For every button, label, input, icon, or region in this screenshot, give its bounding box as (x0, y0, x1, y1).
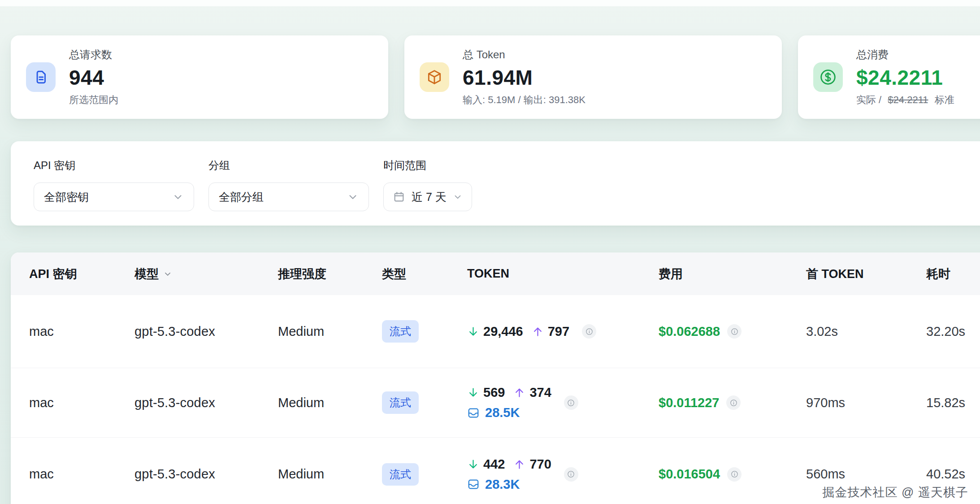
cell-model: gpt-5.3-codex (134, 467, 278, 482)
stat-value: 944 (69, 65, 118, 90)
cell-api-key: mac (29, 467, 134, 482)
output-tokens: 770 (529, 457, 551, 472)
cell-model: gpt-5.3-codex (134, 395, 278, 410)
inbox-icon (467, 478, 480, 491)
token-info-icon[interactable] (582, 324, 596, 339)
cell-cost: $0.062688 (659, 324, 806, 339)
cost-value: $0.016504 (659, 467, 720, 482)
cell-effort: Medium (278, 395, 382, 410)
stat-value: 61.94M (463, 65, 585, 90)
stat-label: 总消费 (856, 48, 954, 62)
stat-card-tokens: 总 Token 61.94M 输入: 5.19M / 输出: 391.38K (404, 35, 782, 119)
cell-first-token: 970ms (806, 395, 926, 410)
input-tokens: 569 (483, 385, 505, 400)
cost-value: $0.011227 (659, 395, 719, 410)
watermark: 掘金技术社区 @ 遥天棋子 (823, 484, 968, 500)
cell-cost: $0.016504 (659, 467, 806, 482)
arrow-down-icon (467, 387, 479, 399)
input-tokens: 29,446 (483, 324, 523, 339)
group-select[interactable]: 全部分组 (208, 182, 369, 211)
cell-token: 29,446 797 (467, 324, 659, 339)
filter-label: API 密钥 (34, 158, 194, 173)
filter-label: 分组 (208, 158, 369, 173)
output-tokens: 374 (529, 385, 551, 400)
token-info-icon[interactable] (564, 467, 578, 482)
stat-subtext: 所选范围内 (69, 93, 118, 107)
table-row: mac gpt-5.3-codex Medium 流式 29,446 797 $… (11, 295, 980, 368)
api-key-select-value: 全部密钥 (44, 190, 89, 204)
document-icon (26, 62, 56, 92)
arrow-down-icon (467, 326, 479, 338)
cost-actual-label: 实际 / (856, 94, 881, 105)
stat-value: $24.2211 (856, 65, 954, 90)
arrow-up-icon (513, 458, 525, 470)
cost-info-icon[interactable] (727, 324, 742, 339)
stream-badge: 流式 (382, 391, 419, 414)
filter-group-group: 分组 全部分组 (208, 158, 369, 226)
cost-standard-label: 标准 (935, 94, 954, 105)
chevron-down-icon (172, 191, 184, 203)
arrow-up-icon (513, 387, 525, 399)
arrow-down-icon (467, 458, 479, 470)
cell-duration: 15.82s (926, 395, 980, 410)
cost-standard-value: $24.2211 (888, 94, 928, 105)
output-tokens: 797 (548, 324, 569, 339)
cell-type: 流式 (382, 320, 467, 343)
stat-card-requests: 总请求数 944 所选范围内 (11, 35, 388, 119)
header-model-label: 模型 (134, 266, 159, 282)
stat-label: 总请求数 (69, 48, 118, 62)
chevron-down-icon (347, 191, 359, 203)
filter-label: 时间范围 (383, 158, 472, 173)
time-range-button[interactable]: 近 7 天 (383, 182, 472, 211)
cell-first-token: 560ms (806, 467, 926, 482)
header-api-key: API 密钥 (29, 266, 134, 282)
header-model[interactable]: 模型 (134, 266, 278, 282)
cell-effort: Medium (278, 324, 382, 339)
cell-token: 442 770 28.3K (467, 457, 659, 492)
cache-tokens: 28.5K (485, 405, 520, 420)
stream-badge: 流式 (382, 463, 419, 486)
cell-duration: 32.20s (926, 324, 980, 339)
stat-label: 总 Token (463, 48, 585, 62)
cost-info-icon[interactable] (727, 467, 742, 482)
token-info-icon[interactable] (564, 395, 578, 410)
time-range-value: 近 7 天 (412, 190, 447, 204)
table-row: mac gpt-5.3-codex Medium 流式 569 374 2 (11, 368, 980, 437)
header-first-token: 首 TOKEN (806, 266, 926, 282)
header-type: 类型 (382, 266, 467, 282)
header-token: TOKEN (467, 267, 659, 281)
stat-card-cost: 总消费 $24.2211 实际 / $24.2211 标准 (798, 35, 980, 119)
calendar-icon (393, 191, 405, 203)
top-strip (0, 0, 980, 6)
stream-badge: 流式 (382, 320, 419, 343)
header-duration: 耗时 (926, 266, 980, 282)
cell-effort: Medium (278, 467, 382, 482)
usage-table: API 密钥 模型 推理强度 类型 TOKEN 费用 首 TOKEN 耗时 ma… (11, 252, 980, 504)
api-key-select[interactable]: 全部密钥 (34, 182, 194, 211)
cell-api-key: mac (29, 324, 134, 339)
cell-type: 流式 (382, 463, 467, 486)
chevron-down-icon (453, 192, 463, 202)
dollar-circle-icon (813, 62, 843, 92)
group-select-value: 全部分组 (219, 190, 264, 204)
stat-subtext: 实际 / $24.2211 标准 (856, 93, 954, 107)
arrow-up-icon (532, 326, 544, 338)
header-cost: 费用 (659, 266, 806, 282)
input-tokens: 442 (483, 457, 505, 472)
inbox-icon (467, 407, 480, 419)
cost-value: $0.062688 (659, 324, 720, 339)
cache-tokens: 28.3K (485, 477, 520, 492)
table-header-row: API 密钥 模型 推理强度 类型 TOKEN 费用 首 TOKEN 耗时 (11, 252, 980, 295)
cost-info-icon[interactable] (726, 395, 741, 410)
filter-group-time-range: 时间范围 近 7 天 (383, 158, 472, 226)
filter-group-api-key: API 密钥 全部密钥 (34, 158, 194, 226)
stats-row: 总请求数 944 所选范围内 总 Token 61.94M 输入: 5.19M … (11, 35, 980, 119)
cell-model: gpt-5.3-codex (134, 324, 278, 339)
cube-icon (420, 62, 449, 92)
header-effort: 推理强度 (278, 266, 382, 282)
cell-cost: $0.011227 (659, 395, 806, 410)
filter-bar: API 密钥 全部密钥 分组 全部分组 时间范围 近 7 天 (11, 141, 980, 226)
cell-token: 569 374 28.5K (467, 385, 659, 420)
cell-duration: 40.52s (926, 467, 980, 482)
cell-first-token: 3.02s (806, 324, 926, 339)
